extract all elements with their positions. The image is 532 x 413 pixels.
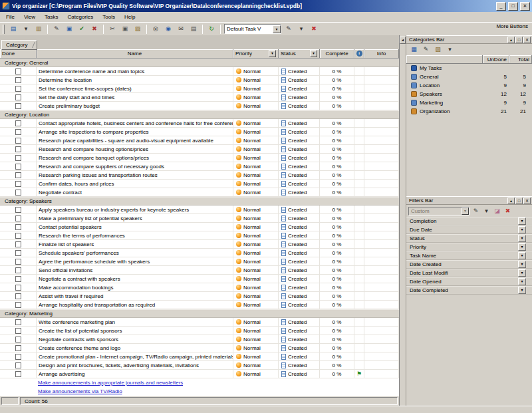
filters-maximize-icon[interactable]: □ [515, 198, 523, 204]
task-checkbox[interactable] [15, 155, 21, 161]
menu-categories[interactable]: Categories [63, 12, 98, 22]
task-template-combo[interactable]: Default Task V ▾ [224, 24, 281, 34]
categories-header-total[interactable]: Total [509, 55, 532, 64]
task-checkbox[interactable] [15, 276, 21, 282]
task-link[interactable]: Make announcements in appropriate journa… [38, 380, 183, 386]
template-dropdown-button[interactable]: ▾ [295, 24, 307, 35]
task-checkbox[interactable] [15, 354, 21, 360]
category-item-marketing[interactable]: Marketing99 [406, 98, 532, 107]
task-checkbox[interactable] [15, 224, 21, 230]
menu-tools[interactable]: Tools [98, 12, 120, 22]
task-checkbox[interactable] [15, 146, 21, 152]
task-checkbox[interactable] [15, 267, 21, 273]
categories-header-undone[interactable]: UnDone [483, 55, 509, 64]
task-row[interactable]: Set the conference time-scopes (dates)No… [0, 84, 399, 93]
task-row[interactable]: Arrange site inspections to compare prop… [0, 128, 399, 136]
task-checkbox[interactable] [15, 164, 21, 170]
task-row[interactable]: Design and print brochures, tickets, adv… [0, 361, 399, 370]
task-link-row[interactable]: Make announcements via TV/Radio [0, 387, 399, 396]
edit-template-button[interactable]: ✎ [283, 24, 295, 35]
filter-date-opened[interactable]: Date Opened▾ [406, 277, 532, 286]
filter-date-created[interactable]: Date Created▾ [406, 260, 532, 269]
task-row[interactable]: Negotiate contracts with sponsorsNormalC… [0, 335, 399, 344]
filter-dropdown-button[interactable]: ▾ [518, 278, 526, 285]
task-checkbox[interactable] [15, 362, 21, 368]
group-by-tab-category[interactable]: Category [1, 40, 37, 50]
categories-close-icon[interactable]: ✕ [523, 37, 531, 43]
task-checkbox[interactable] [15, 259, 21, 265]
task-row[interactable]: Research and compare housing options/pri… [0, 145, 399, 154]
task-row[interactable]: Apply speakers bureau or industry expert… [0, 206, 399, 214]
close-button[interactable]: ✕ [520, 2, 530, 11]
filter-date-completed[interactable]: Date Completed▾ [406, 286, 532, 295]
edit-category-button[interactable]: ✎ [420, 45, 432, 55]
task-checkbox[interactable] [15, 69, 21, 74]
task-link-row[interactable]: Make announcements in appropriate journa… [0, 378, 399, 387]
task-checkbox[interactable] [15, 328, 21, 334]
task-row[interactable]: Negotiate a contract with speakersNormal… [0, 275, 399, 283]
category-item-organization[interactable]: Organization2121 [406, 107, 532, 116]
task-row[interactable]: Finalize list of speakersNormalCreated0 … [0, 240, 399, 249]
task-row[interactable]: Determine the locationNormalCreated0 % [0, 76, 399, 84]
filter-date-last-modifi[interactable]: Date Last Modifi▾ [406, 269, 532, 277]
delete-category-button[interactable]: ▧ [432, 45, 444, 55]
clear-filter-button[interactable]: ◪ [492, 206, 502, 215]
filter-due-date[interactable]: Due Date▾ [406, 225, 532, 234]
filter-dropdown-button[interactable]: ▾ [518, 252, 526, 259]
column-header-status[interactable]: Status ▾ [279, 49, 320, 59]
categories-pin-icon[interactable]: ▴ [507, 37, 515, 43]
task-row[interactable]: Agree the performance schedule with spea… [0, 257, 399, 266]
task-checkbox[interactable] [15, 77, 21, 83]
task-row[interactable]: Contact potential speakersNormalCreated0… [0, 223, 399, 231]
delete-template-button[interactable]: ✖ [308, 24, 320, 35]
task-checkbox[interactable] [15, 181, 21, 187]
filter-dropdown-button[interactable]: ▾ [518, 217, 526, 225]
task-checkbox[interactable] [15, 241, 21, 247]
task-checkbox[interactable] [15, 172, 21, 178]
menu-file[interactable]: File [1, 12, 19, 22]
filters-pin-icon[interactable]: ▴ [507, 198, 515, 204]
refresh-button[interactable]: ↻ [205, 24, 217, 35]
column-header-priority[interactable]: Priority ▾ [233, 49, 279, 59]
filter-status[interactable]: Status▾ [406, 234, 532, 243]
task-row[interactable]: Send official invitationsNormalCreated0 … [0, 266, 399, 275]
task-checkbox[interactable] [15, 94, 21, 100]
task-row[interactable]: Research place capabilities - square and… [0, 136, 399, 145]
priority-filter-dropdown[interactable]: ▾ [269, 50, 276, 57]
category-item-my-tasks[interactable]: My Tasks [406, 64, 532, 72]
chevron-down-icon[interactable]: ▾ [462, 207, 469, 215]
task-checkbox[interactable] [15, 86, 21, 92]
cut-button[interactable]: ✂ [106, 24, 118, 35]
task-row[interactable]: Research and compare banquet options/pri… [0, 154, 399, 162]
menu-tasks[interactable]: Tasks [40, 12, 63, 22]
task-link[interactable]: Make announcements via TV/Radio [38, 388, 122, 394]
column-header-name[interactable]: Name [37, 49, 233, 59]
menu-view[interactable]: View [19, 12, 40, 22]
task-checkbox[interactable] [15, 250, 21, 256]
group-row[interactable]: Category: Marketing [0, 309, 399, 318]
more-buttons-label[interactable]: More Buttons [496, 23, 531, 31]
open-database-button[interactable]: ▥ [33, 24, 45, 35]
column-header-attachment[interactable]: i [354, 49, 364, 59]
task-row[interactable]: Arrange advertisingNormalCreated0 %⚑ [0, 370, 399, 378]
collapse-panel-icon[interactable]: ◂ [400, 37, 406, 44]
minimize-button[interactable]: _ [496, 2, 506, 11]
task-row[interactable]: Contact appropriate hotels, business cen… [0, 119, 399, 128]
task-row[interactable]: Write conference marketing planNormalCre… [0, 318, 399, 327]
email-button[interactable]: ✉ [175, 24, 187, 35]
task-row[interactable]: Schedule speakers' performancesNormalCre… [0, 249, 399, 257]
task-checkbox[interactable] [15, 103, 21, 109]
task-row[interactable]: Set the daily start and end timesNormalC… [0, 93, 399, 102]
task-checkbox[interactable] [15, 337, 21, 343]
task-row[interactable]: Confirm dates, hours and pricesNormalCre… [0, 180, 399, 188]
complete-task-button[interactable]: ✔ [76, 24, 88, 35]
column-header-done[interactable]: Done [0, 49, 37, 59]
duplicate-task-button[interactable]: ▣ [63, 24, 75, 35]
task-row[interactable]: Research the terms of performancesNormal… [0, 231, 399, 240]
add-category-button[interactable]: ▦ [408, 45, 420, 55]
task-row[interactable]: Create the list of potential sponsorsNor… [0, 327, 399, 335]
filters-close-icon[interactable]: ✕ [523, 198, 531, 204]
filter-preset-combo[interactable]: Custom ▾ [408, 207, 469, 215]
task-checkbox[interactable] [15, 371, 21, 377]
view-button[interactable]: ◉ [162, 24, 174, 35]
